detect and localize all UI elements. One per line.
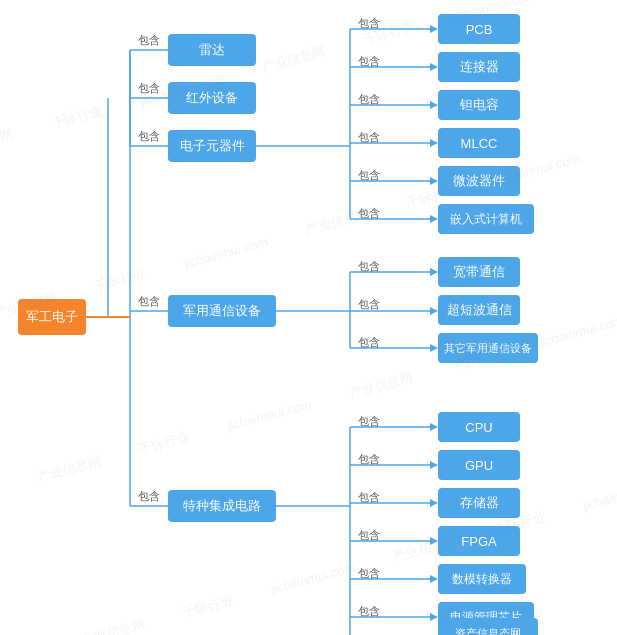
cl-fpga: 包含 [358,528,380,543]
leaf-othermilcomm: 其它军用通信设备 [438,333,538,363]
watermark: 产业信息网千际行业jicbainmui.com 产业信息网千际行业jicbain… [0,0,617,635]
cl-mem: 包含 [358,490,380,505]
leaf-fpga: FPGA [438,526,520,556]
connector-lines [0,0,617,635]
svg-marker-34 [430,101,438,109]
leaf-broadband: 宽带通信 [438,257,520,287]
svg-marker-44 [430,537,438,545]
cl-tantcap: 包含 [358,92,380,107]
svg-marker-38 [430,268,438,276]
svg-marker-32 [430,25,438,33]
leaf-gpu: GPU [438,450,520,480]
contain-elec: 包含 [138,129,160,144]
contain-radar: 包含 [138,33,160,48]
cl-pcb: 包含 [358,16,380,31]
leaf-connector: 连接器 [438,52,520,82]
cl-dac: 包含 [358,566,380,581]
svg-marker-45 [430,575,438,583]
leaf-ultrashort: 超短波通信 [438,295,520,325]
cl-broadband: 包含 [358,259,380,274]
leaf-mlcc: MLCC [438,128,520,158]
leaf-mem: 存储器 [438,488,520,518]
svg-marker-36 [430,177,438,185]
mid-elec: 电子元器件 [168,130,256,162]
svg-marker-42 [430,461,438,469]
contain-asic: 包含 [138,489,160,504]
diagram: 产业信息网千际行业jicbainmui.com 产业信息网千际行业jicbain… [0,0,617,635]
svg-marker-40 [430,344,438,352]
mid-milcomm: 军用通信设备 [168,295,276,327]
cl-cpu: 包含 [358,414,380,429]
cl-othermilcomm: 包含 [358,335,380,350]
cl-gpu: 包含 [358,452,380,467]
leaf-microwave: 微波器件 [438,166,520,196]
mid-asic: 特种集成电路 [168,490,276,522]
svg-marker-35 [430,139,438,147]
mid-infrared: 红外设备 [168,82,256,114]
svg-marker-43 [430,499,438,507]
cl-connector: 包含 [358,54,380,69]
cl-ultrashort: 包含 [358,297,380,312]
mid-radar: 雷达 [168,34,256,66]
svg-marker-37 [430,215,438,223]
svg-marker-33 [430,63,438,71]
root-label: 军工电子 [26,308,78,326]
cl-mlcc: 包含 [358,130,380,145]
leaf-pcb: PCB [438,14,520,44]
leaf-cpu: CPU [438,412,520,442]
leaf-dac: 数模转换器 [438,564,526,594]
leaf-embedded: 嵌入式计算机 [438,204,534,234]
cl-pmic: 包含 [358,604,380,619]
svg-marker-46 [430,613,438,621]
leaf-tantcap: 钽电容 [438,90,520,120]
root-node: 军工电子 [18,299,86,335]
contain-milcomm: 包含 [138,294,160,309]
svg-marker-39 [430,307,438,315]
cl-microwave: 包含 [358,168,380,183]
svg-marker-41 [430,423,438,431]
leaf-info: 资产信息态网 [438,618,538,635]
contain-infrared: 包含 [138,81,160,96]
cl-embedded: 包含 [358,206,380,221]
